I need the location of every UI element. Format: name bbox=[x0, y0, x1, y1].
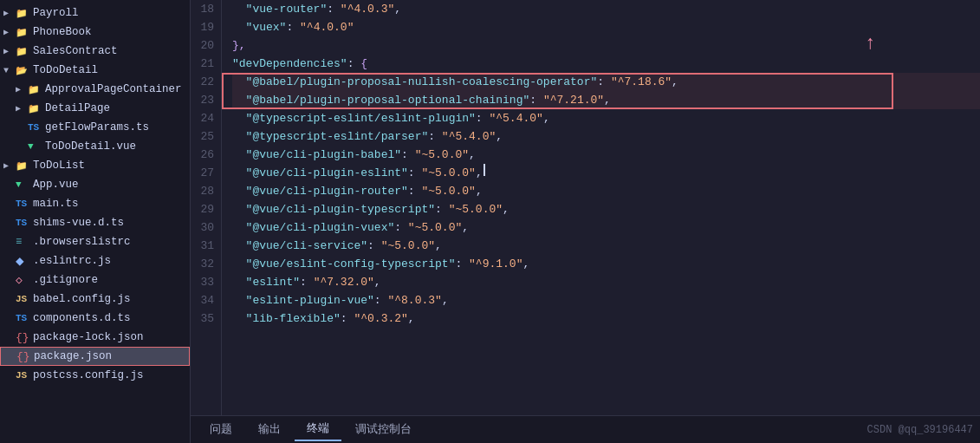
code-line-34: "eslint-plugin-vue": "^8.0.3", bbox=[232, 291, 980, 309]
chevron-right-icon: ▶ bbox=[3, 8, 16, 18]
code-content[interactable]: ↑ "vue-router": "^4.0.3", "vuex": "^4.0.… bbox=[222, 0, 980, 415]
chevron-right-icon: ▶ bbox=[3, 27, 16, 37]
code-comma: , bbox=[543, 109, 550, 127]
code-val: "^4.0.0" bbox=[300, 18, 354, 36]
code-val: "^4.0.3" bbox=[341, 0, 394, 18]
js-icon: JS bbox=[16, 370, 29, 381]
json-icon: {} bbox=[16, 331, 29, 344]
ts-icon: TS bbox=[16, 313, 29, 323]
sidebar-item-phonebook[interactable]: ▶ 📁 PhoneBook bbox=[0, 23, 190, 42]
code-key: "vue-router" bbox=[246, 0, 328, 18]
code-line-32: "@vue/eslint-config-typescript": "^9.1.0… bbox=[232, 255, 980, 273]
code-comma: , bbox=[476, 164, 483, 182]
code-indent bbox=[232, 200, 246, 218]
chevron-right-icon: ▶ bbox=[3, 46, 16, 56]
code-key: "eslint" bbox=[246, 273, 300, 291]
code-punct: : bbox=[341, 309, 354, 328]
sidebar-item-components-d[interactable]: TS components.d.ts bbox=[0, 309, 190, 328]
dot-icon: ◆ bbox=[16, 252, 29, 270]
code-punct: : bbox=[455, 255, 469, 273]
code-punct: : bbox=[597, 73, 611, 91]
code-comma: , bbox=[496, 127, 503, 146]
sidebar-item-eslintrc[interactable]: ◆ .eslintrc.js bbox=[0, 251, 190, 270]
code-line-33: "eslint": "^7.32.0", bbox=[232, 273, 980, 291]
code-line-27: "@vue/cli-plugin-eslint": "~5.0.0", bbox=[232, 164, 980, 182]
ts-icon: TS bbox=[28, 122, 42, 133]
code-editor: 18 19 20 21 22 23 24 25 26 27 28 29 30 3… bbox=[191, 0, 980, 443]
code-val: "^7.32.0" bbox=[314, 273, 374, 291]
code-val: "^5.4.0" bbox=[489, 109, 542, 127]
sidebar-item-payroll[interactable]: ▶ 📁 Payroll bbox=[0, 3, 190, 23]
code-punct: : bbox=[300, 273, 314, 291]
code-punct: : bbox=[529, 91, 543, 109]
tab-debug-console[interactable]: 调试控制台 bbox=[343, 419, 424, 440]
sidebar-item-detailpage[interactable]: ▶ 📁 DetailPage bbox=[0, 99, 190, 118]
code-line-35: "lib-flexible": "^0.3.2", bbox=[232, 309, 980, 328]
sidebar-item-browserslistrc[interactable]: ≡ .browserslistrc bbox=[0, 232, 190, 251]
code-val: "^7.18.6" bbox=[611, 73, 672, 91]
code-indent bbox=[232, 91, 246, 109]
code-punct: : bbox=[327, 0, 341, 18]
sidebar-item-package-json[interactable]: {} package.json ← bbox=[0, 347, 190, 366]
code-punct: : bbox=[401, 146, 415, 164]
sidebar-item-babel-config[interactable]: JS babel.config.js bbox=[0, 290, 190, 309]
code-indent bbox=[232, 291, 246, 309]
sidebar-item-main-ts[interactable]: TS main.ts bbox=[0, 194, 190, 213]
code-key: "devDependencies" bbox=[232, 55, 347, 73]
code-comma: , bbox=[604, 91, 611, 109]
code-comma: , bbox=[394, 0, 401, 18]
sidebar-item-app-vue[interactable]: ▼ App.vue bbox=[0, 175, 190, 194]
sidebar-item-postcss-config[interactable]: JS postcss.config.js bbox=[0, 366, 190, 385]
code-comma: , bbox=[408, 309, 415, 328]
code-punct: : bbox=[347, 55, 361, 73]
code-line-21: "devDependencies": { bbox=[232, 55, 980, 73]
code-punct: : bbox=[408, 182, 422, 200]
code-val: "^5.4.0" bbox=[442, 127, 496, 146]
code-indent bbox=[232, 182, 246, 200]
code-key: "@vue/cli-plugin-eslint" bbox=[246, 164, 408, 182]
sidebar-item-shims-vue[interactable]: TS shims-vue.d.ts bbox=[0, 213, 190, 232]
ts-icon: TS bbox=[16, 199, 29, 209]
sidebar-item-todolist[interactable]: ▶ 📁 ToDoList bbox=[0, 156, 190, 175]
code-comma: , bbox=[503, 200, 509, 218]
bottom-bar: 问题 输出 终端 调试控制台 CSDN @qq_39196447 bbox=[191, 415, 980, 443]
sidebar-item-getflowparams[interactable]: TS getFlowParams.ts bbox=[0, 118, 190, 137]
git-icon: ◇ bbox=[16, 273, 29, 287]
code-key: "@typescript-eslint/parser" bbox=[246, 127, 429, 146]
code-punct: : bbox=[394, 218, 408, 237]
sidebar-item-gitignore[interactable]: ◇ .gitignore bbox=[0, 270, 190, 290]
folder-icon: 📁 bbox=[28, 84, 42, 95]
code-line-26: "@vue/cli-plugin-babel": "~5.0.0", bbox=[232, 146, 980, 164]
code-comma: , bbox=[462, 218, 469, 237]
sidebar-item-package-lock[interactable]: {} package-lock.json bbox=[0, 328, 190, 347]
code-punct: : bbox=[286, 18, 300, 36]
folder-icon: 📁 bbox=[28, 103, 42, 114]
code-line-24: "@typescript-eslint/eslint-plugin": "^5.… bbox=[232, 109, 980, 127]
tab-problems[interactable]: 问题 bbox=[198, 419, 244, 440]
sidebar-item-salescontract[interactable]: ▶ 📁 SalesContract bbox=[0, 42, 190, 61]
code-line-28: "@vue/cli-plugin-router": "~5.0.0", bbox=[232, 182, 980, 200]
code-val: "~5.0.0" bbox=[381, 237, 435, 255]
code-key: "@vue/eslint-config-typescript" bbox=[246, 255, 456, 273]
code-indent bbox=[232, 273, 246, 291]
sidebar-item-tododetail[interactable]: ▼ 📂 ToDoDetail bbox=[0, 61, 190, 80]
vue-icon: ▼ bbox=[28, 141, 42, 152]
code-val: "^7.21.0" bbox=[543, 91, 604, 109]
sidebar-item-approvalpagecontainer[interactable]: ▶ 📁 ApprovalPageContainer bbox=[0, 80, 190, 99]
code-key: "@babel/plugin-proposal-nullish-coalesci… bbox=[246, 73, 598, 91]
code-indent bbox=[232, 164, 246, 182]
js-icon: JS bbox=[16, 294, 29, 304]
code-indent bbox=[232, 127, 246, 146]
code-key: "vuex" bbox=[246, 18, 287, 36]
code-val: "^0.3.2" bbox=[354, 309, 407, 328]
tab-terminal[interactable]: 终端 bbox=[295, 418, 341, 441]
folder-icon: 📁 bbox=[16, 27, 29, 38]
code-comma: , bbox=[435, 237, 442, 255]
folder-icon: 📁 bbox=[16, 46, 29, 57]
code-punct: : bbox=[428, 127, 442, 146]
code-key: "@babel/plugin-proposal-optional-chainin… bbox=[246, 91, 530, 109]
code-line-30: "@vue/cli-plugin-vuex": "~5.0.0", bbox=[232, 218, 980, 237]
chevron-right-icon: ▶ bbox=[16, 84, 28, 94]
sidebar-item-tododetail-vue[interactable]: ▼ ToDoDetail.vue bbox=[0, 137, 190, 156]
tab-output[interactable]: 输出 bbox=[246, 419, 293, 440]
